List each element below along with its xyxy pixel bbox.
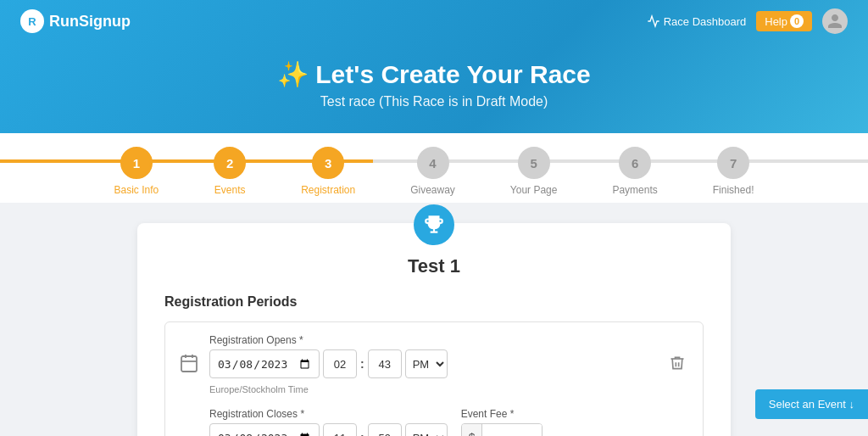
section-title: Registration Periods xyxy=(164,294,704,310)
fee-prefix: $ xyxy=(462,424,483,436)
svg-rect-0 xyxy=(181,356,197,372)
opens-minute-input[interactable] xyxy=(368,349,402,378)
trash-icon xyxy=(669,355,686,372)
step-label-4: Giveaway xyxy=(410,184,455,203)
nav-right: Race Dashboard Help 0 xyxy=(647,8,848,34)
step-circle-4: 4 xyxy=(417,147,449,179)
colon-opens: : xyxy=(360,357,364,371)
fee-group: Event Fee * $ xyxy=(461,408,543,436)
select-event-button[interactable]: Select an Event ↓ xyxy=(755,389,868,419)
step-payments[interactable]: 6 Payments xyxy=(612,147,657,203)
step-circle-7: 7 xyxy=(717,147,749,179)
step-label-7: Finished! xyxy=(713,184,754,203)
avatar[interactable] xyxy=(822,8,848,34)
main-content: Test 1 Registration Periods Registration… xyxy=(0,203,868,436)
chart-icon xyxy=(647,14,660,28)
opens-field-group: Registration Opens * : PM AM Europe/Stoc… xyxy=(209,334,448,394)
logo: R RunSignup xyxy=(20,9,131,33)
calendar-icon xyxy=(179,353,199,378)
colon-closes: : xyxy=(360,431,364,436)
opens-timezone: Europe/Stockholm Time xyxy=(209,384,448,394)
event-icon xyxy=(414,204,454,245)
registration-card: Test 1 Registration Periods Registration… xyxy=(137,223,731,436)
hero-title: ✨ Let's Create Your Race xyxy=(0,59,868,89)
closes-ampm-select[interactable]: PM AM xyxy=(405,423,448,436)
help-badge: 0 xyxy=(790,14,804,28)
step-circle-3: 3 xyxy=(312,147,344,179)
help-button[interactable]: Help 0 xyxy=(756,11,812,31)
race-dashboard-link[interactable]: Race Dashboard xyxy=(647,14,747,28)
closes-minute-input[interactable] xyxy=(368,423,402,436)
step-circle-6: 6 xyxy=(619,147,651,179)
step-basic-info[interactable]: 1 Basic Info xyxy=(114,147,159,203)
step-finished[interactable]: 7 Finished! xyxy=(713,147,754,203)
step-circle-2: 2 xyxy=(214,147,246,179)
fee-input[interactable] xyxy=(482,424,542,436)
sparkle-icon: ✨ xyxy=(277,59,309,89)
steps-bar: 1 Basic Info 2 Events 3 Registration 4 G… xyxy=(0,133,868,203)
step-circle-1: 1 xyxy=(120,147,153,179)
step-label-6: Payments xyxy=(612,184,657,203)
closes-field-group: Registration Closes * : PM AM Europe/Sto… xyxy=(209,408,448,436)
step-your-page[interactable]: 5 Your Page xyxy=(510,147,558,203)
steps-container: 1 Basic Info 2 Events 3 Registration 4 G… xyxy=(53,147,815,203)
opens-label: Registration Opens * xyxy=(209,334,448,346)
step-giveaway[interactable]: 4 Giveaway xyxy=(410,147,455,203)
user-icon xyxy=(826,13,843,30)
opens-date-input[interactable] xyxy=(209,349,320,378)
trophy-icon xyxy=(423,214,445,236)
event-title: Test 1 xyxy=(164,255,704,277)
logo-text: RunSignup xyxy=(49,13,131,31)
hero-subtitle: Test race (This Race is in Draft Mode) xyxy=(0,94,868,109)
step-circle-5: 5 xyxy=(518,147,550,179)
step-label-1: Basic Info xyxy=(114,184,159,203)
period-fields: Registration Opens * : PM AM Europe/Stoc… xyxy=(209,334,655,436)
step-label-3: Registration xyxy=(301,184,355,203)
closes-row: : PM AM xyxy=(209,423,448,436)
step-events[interactable]: 2 Events xyxy=(214,147,246,203)
opens-hour-input[interactable] xyxy=(323,349,357,378)
logo-icon: R xyxy=(20,9,44,33)
hero-section: ✨ Let's Create Your Race Test race (This… xyxy=(0,42,868,133)
fee-label: Event Fee * xyxy=(461,408,543,420)
navbar: R RunSignup Race Dashboard Help 0 xyxy=(0,0,868,42)
closes-date-input[interactable] xyxy=(209,423,320,436)
closes-label: Registration Closes * xyxy=(209,408,448,420)
delete-period-button[interactable] xyxy=(665,355,689,376)
step-label-2: Events xyxy=(214,184,246,203)
opens-ampm-select[interactable]: PM AM xyxy=(405,349,448,378)
step-registration[interactable]: 3 Registration xyxy=(301,147,355,203)
period-row: Registration Opens * : PM AM Europe/Stoc… xyxy=(164,321,704,436)
fee-input-wrap: $ xyxy=(461,423,543,436)
step-label-5: Your Page xyxy=(510,184,558,203)
closes-hour-input[interactable] xyxy=(323,423,357,436)
race-dashboard-label: Race Dashboard xyxy=(664,15,747,28)
opens-row: : PM AM xyxy=(209,349,448,378)
